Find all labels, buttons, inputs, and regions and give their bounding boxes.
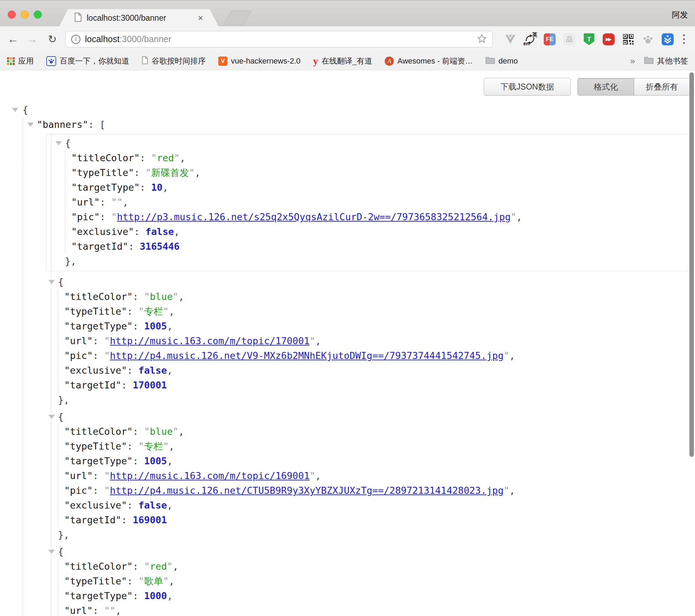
folder-icon — [485, 57, 495, 65]
extensions-area: 英 en FE 品 T ▶▶ — [504, 26, 674, 52]
collapse-toggle-icon[interactable] — [55, 141, 62, 145]
paw-icon[interactable] — [642, 33, 654, 46]
collapse-toggle-icon[interactable] — [48, 550, 55, 554]
download-json-button[interactable]: 下载JSON数据 — [484, 78, 571, 96]
window-controls — [8, 11, 42, 19]
bookmark-vue-hackernews[interactable]: V vue-hackernews-2.0 — [218, 57, 300, 66]
apps-grid-icon — [7, 57, 15, 65]
sitemap-icon[interactable]: 品 — [563, 33, 576, 46]
json-row: { — [58, 409, 687, 424]
json-row: "targetId": 169001 — [64, 513, 687, 527]
collapse-toggle-icon[interactable] — [48, 415, 55, 419]
zoom-window-button[interactable] — [34, 11, 42, 19]
collapse-toggle-icon[interactable] — [12, 108, 18, 112]
json-tree: {"banners": [{"titleColor": "red","typeT… — [0, 103, 687, 616]
vue-devtools-icon[interactable] — [504, 33, 517, 46]
json-row: "targetType": 1005, — [64, 454, 687, 468]
json-row: { — [58, 275, 687, 289]
forward-button: → — [23, 26, 41, 52]
collapse-toggle-icon[interactable] — [48, 280, 55, 284]
baidu-paw-icon — [46, 56, 56, 66]
bookmark-google-sort[interactable]: 谷歌按时间排序 — [142, 56, 206, 66]
page-icon — [142, 56, 148, 66]
info-icon[interactable]: i — [71, 35, 80, 44]
json-row: "typeTitle": "专栏", — [64, 439, 687, 454]
json-row: }, — [58, 527, 687, 542]
back-button[interactable]: ← — [4, 26, 22, 52]
collapse-all-button[interactable]: 折叠所有 — [634, 78, 689, 95]
browser-window: localhost:3000/banner × 阿发 ← → ↻ i local… — [0, 0, 695, 616]
json-row: "targetType": 1000, — [64, 589, 687, 603]
banner-item: {"titleColor": "red","typeTitle": "歌单","… — [58, 544, 687, 616]
toolbar: ← → ↻ i localhost :3000/banner 英 en FE 品… — [0, 26, 695, 52]
collapse-toggle-icon[interactable] — [27, 123, 34, 127]
page-content: 下载JSON数据 格式化 折叠所有 {"banners": [{"titleCo… — [0, 70, 695, 616]
shield-t-icon[interactable]: T — [583, 33, 595, 46]
translate-icon[interactable]: 英 en — [524, 33, 536, 46]
url-host: localhost — [85, 34, 120, 44]
format-button[interactable]: 格式化 — [578, 78, 634, 95]
json-row: "targetType": 1005, — [64, 319, 687, 334]
bookmarks-overflow-chevron[interactable]: » — [630, 56, 635, 66]
qr-code-icon[interactable] — [622, 33, 635, 46]
json-row: "targetId": 170001 — [64, 378, 687, 393]
view-mode-segment: 格式化 折叠所有 — [577, 78, 690, 96]
json-row: "titleColor": "red", — [71, 151, 688, 165]
json-row: "url": "http://music.163.com/m/topic/169… — [64, 468, 687, 483]
browser-tab[interactable]: localhost:3000/banner × — [59, 9, 219, 27]
scrollbar-thumb[interactable] — [689, 72, 694, 457]
json-row: }, — [58, 393, 687, 407]
json-link-value[interactable]: http://p4.music.126.net/CTU5B9R9y3XyYBZX… — [110, 485, 504, 496]
json-row: "titleColor": "blue", — [64, 424, 687, 439]
folder-icon — [644, 57, 654, 65]
json-row: "pic": "http://p3.music.126.net/s25q2x5Q… — [71, 210, 688, 224]
banner-item: {"titleColor": "red","typeTitle": "新碟首发"… — [46, 134, 689, 271]
json-link-value[interactable]: http://music.163.com/m/topic/169001 — [110, 470, 310, 481]
json-row: { — [65, 136, 688, 151]
banner-item: {"titleColor": "blue","typeTitle": "专栏",… — [58, 275, 687, 407]
json-row: { — [0, 103, 687, 117]
fast-forward-icon[interactable]: ▶▶ — [602, 33, 615, 46]
json-row: "exclusive": false, — [64, 498, 687, 513]
close-window-button[interactable] — [8, 11, 16, 19]
kebab-menu-icon[interactable] — [677, 26, 690, 52]
minimize-window-button[interactable] — [21, 11, 29, 19]
json-row: "typeTitle": "新碟首发", — [71, 165, 688, 180]
json-row: "pic": "http://p4.music.126.net/CTU5B9R9… — [64, 483, 687, 498]
json-row: "targetId": 3165446 — [71, 239, 688, 254]
json-link-value[interactable]: http://music.163.com/m/topic/170001 — [110, 335, 310, 346]
json-row: { — [58, 544, 687, 559]
star-icon[interactable] — [477, 34, 487, 45]
bookmark-apps[interactable]: 应用 — [7, 56, 34, 66]
json-row: "titleColor": "blue", — [64, 289, 687, 304]
page-icon — [74, 13, 82, 23]
fe-icon[interactable]: FE — [543, 33, 556, 46]
banner-item: {"titleColor": "blue","typeTitle": "专栏",… — [58, 409, 687, 542]
json-row: "url": "http://music.163.com/m/topic/170… — [64, 334, 687, 348]
json-row: "typeTitle": "歌单", — [64, 574, 687, 589]
reload-button[interactable]: ↻ — [44, 26, 61, 52]
json-link-value[interactable]: http://p3.music.126.net/s25q2x5QyqsAzilC… — [117, 211, 511, 222]
address-bar[interactable]: i localhost :3000/banner — [65, 31, 493, 47]
json-row: "url": "", — [71, 195, 688, 210]
new-tab-button[interactable] — [223, 11, 252, 25]
json-row: "banners": [ — [37, 117, 687, 132]
vue-icon: V — [218, 57, 227, 66]
bookmarks-bar: 应用 百度一下，你就知道 谷歌按时间排序 V vue-hackernews-2.… — [0, 52, 695, 70]
bookmark-demo-folder[interactable]: demo — [485, 57, 518, 66]
json-row: }, — [65, 254, 688, 269]
json-row: "pic": "http://p4.music.126.net/V9-MXz6b… — [64, 348, 687, 363]
tab-strip: localhost:3000/banner × 阿发 — [0, 0, 695, 26]
download-manager-icon[interactable] — [661, 33, 674, 46]
json-link-value[interactable]: http://p4.music.126.net/V9-MXz6b2MNhEKju… — [110, 350, 504, 361]
close-tab-icon[interactable]: × — [198, 13, 203, 22]
json-row: "typeTitle": "专栏", — [64, 304, 687, 319]
json-row: "exclusive": false, — [64, 363, 687, 378]
bookmark-youdao[interactable]: y 在线翻译_有道 — [313, 56, 372, 66]
bookmark-awesomes[interactable]: A Awesomes - 前端资… — [385, 56, 473, 66]
other-bookmarks-folder[interactable]: 其他书签 — [644, 56, 688, 66]
json-row: "exclusive": false, — [71, 224, 688, 239]
tab-title: localhost:3000/banner — [87, 13, 198, 23]
bookmark-baidu[interactable]: 百度一下，你就知道 — [46, 56, 129, 66]
url-path: :3000/banner — [120, 34, 171, 44]
